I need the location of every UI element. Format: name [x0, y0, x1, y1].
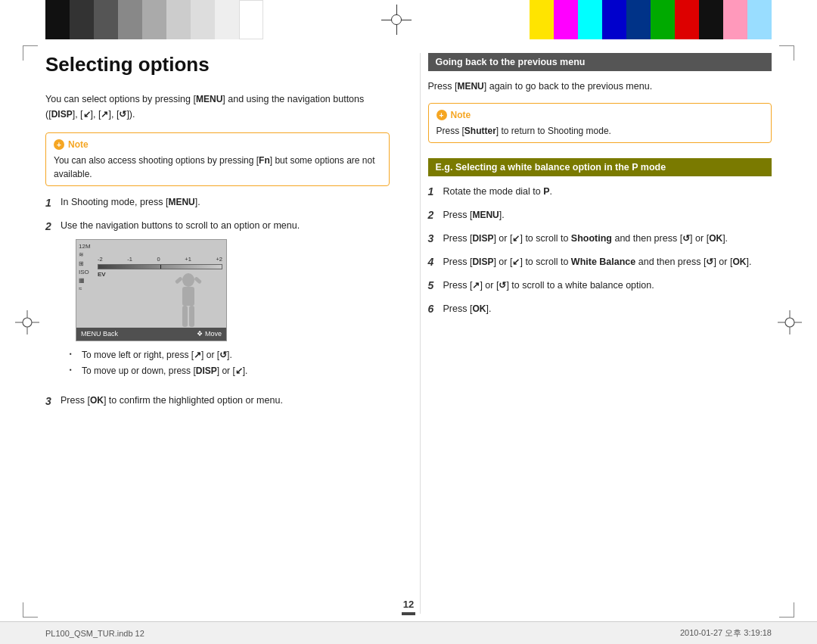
note-label-1: + Note	[54, 138, 381, 151]
step-3: 3 Press [OK] to confirm the highlighted …	[45, 394, 390, 409]
swatch-dark-navy	[626, 0, 651, 39]
bullet-list: To move left or right, press [↗] or [↺].…	[76, 347, 390, 378]
step-content-3: Press [OK] to confirm the highlighted op…	[61, 394, 390, 409]
right-step-number-6: 6	[428, 301, 439, 317]
swatch-dark-gray	[70, 0, 94, 39]
right-step-4: 4 Press [DISP] or [↙] to scroll to White…	[428, 254, 772, 270]
swatch-white	[239, 0, 263, 39]
swatch-gray	[118, 0, 142, 39]
swatch-cyan	[578, 0, 602, 39]
camera-screen: 12M ≋ ⊞ ISO ▦ ≈ -2-10+1+2	[76, 239, 227, 341]
svg-rect-8	[175, 276, 183, 284]
corner-mark-br	[779, 602, 794, 618]
cam-left-icons: 12M ≋ ⊞ ISO ▦ ≈	[79, 242, 91, 293]
right-step-number-3: 3	[428, 231, 439, 247]
note-icon-1: +	[54, 139, 64, 150]
right-step-number-5: 5	[428, 278, 439, 294]
note-box-1: + Note You can also access shooting opti…	[45, 132, 390, 186]
footer-left: PL100_QSM_TUR.indb 12	[45, 629, 144, 638]
swatch-black2	[699, 0, 723, 39]
swatch-magenta	[554, 0, 578, 39]
step-2: 2 Use the navigation buttons to scroll t…	[45, 219, 390, 386]
step-content-1: In Shooting mode, press [MENU].	[61, 195, 390, 211]
color-strip-right	[530, 0, 772, 39]
crosshair-right	[778, 310, 802, 334]
swatch-near-white	[215, 0, 239, 39]
cam-move-label: ❖ Move	[197, 329, 222, 340]
right-step-content-5: Press [↗] or [↺] to scroll to a white ba…	[443, 278, 772, 294]
step-number-1: 1	[45, 195, 56, 211]
step-1: 1 In Shooting mode, press [MENU].	[45, 195, 390, 211]
right-step-content-2: Press [MENU].	[443, 207, 772, 223]
swatch-pale-gray	[191, 0, 215, 39]
main-content: Selecting options You can select options…	[45, 53, 772, 614]
cam-bottom-bar: MENU Back ❖ Move	[76, 328, 226, 341]
section-header-1: Going back to the previous menu	[428, 53, 772, 71]
right-step-content-6: Press [OK].	[443, 301, 772, 317]
right-step-2: 2 Press [MENU].	[428, 207, 772, 223]
crosshair-center-top	[263, 0, 530, 39]
svg-point-2	[23, 318, 32, 327]
right-step-content-4: Press [DISP] or [↙] to scroll to White B…	[443, 254, 772, 270]
right-step-content-1: Rotate the mode dial to P.	[443, 184, 772, 200]
color-strip-left	[45, 0, 263, 39]
bullet-1: To move left or right, press [↗] or [↺].	[76, 347, 390, 362]
swatch-green	[651, 0, 675, 39]
corner-mark-tr	[779, 45, 794, 61]
svg-rect-11	[189, 306, 194, 327]
swatch-mid-gray	[94, 0, 118, 39]
swatch-light-gray	[142, 0, 166, 39]
right-step-5: 5 Press [↗] or [↺] to scroll to a white …	[428, 278, 772, 294]
top-color-bar	[0, 0, 817, 39]
right-step-number-1: 1	[428, 184, 439, 200]
corner-mark-bl	[23, 602, 38, 618]
svg-rect-7	[182, 287, 194, 306]
svg-point-6	[182, 273, 194, 287]
swatch-blue	[602, 0, 626, 39]
note-label-2: + Note	[436, 108, 764, 122]
swatch-yellow	[530, 0, 554, 39]
page-number: 12	[402, 599, 415, 615]
step-content-2: Use the navigation buttons to scroll to …	[61, 219, 390, 386]
right-step-6: 6 Press [OK].	[428, 301, 772, 317]
swatch-black	[45, 0, 70, 39]
right-step-number-2: 2	[428, 207, 439, 223]
crosshair-left	[15, 310, 39, 334]
left-column: Selecting options You can select options…	[45, 53, 397, 614]
footer-bar: PL100_QSM_TUR.indb 12 2010-01-27 오후 3:19…	[0, 621, 817, 644]
note-text-2: Press [Shutter] to return to Shooting mo…	[436, 124, 764, 138]
right-step-1: 1 Rotate the mode dial to P.	[428, 184, 772, 200]
camera-screen-inner: 12M ≋ ⊞ ISO ▦ ≈ -2-10+1+2	[76, 240, 226, 341]
svg-rect-10	[182, 306, 188, 327]
svg-point-5	[785, 318, 794, 327]
swatch-lighter-gray	[166, 0, 191, 39]
crosshair-icon	[381, 5, 412, 35]
cam-back-label: MENU Back	[81, 329, 118, 340]
step-number-3: 3	[45, 394, 56, 409]
bullet-2: To move up or down, press [DISP] or [↙].	[76, 363, 390, 378]
corner-mark-tl	[23, 45, 38, 61]
svg-rect-9	[194, 276, 202, 284]
right-step-3: 3 Press [DISP] or [↙] to scroll to Shoot…	[428, 231, 772, 247]
back-menu-text: Press [MENU] again to go back to the pre…	[428, 79, 772, 94]
swatch-light-blue	[747, 0, 772, 39]
step-number-2: 2	[45, 219, 56, 386]
page-bar	[402, 612, 415, 615]
intro-text: You can select options by pressing [MENU…	[45, 92, 390, 122]
swatch-red	[675, 0, 699, 39]
right-column: Going back to the previous menu Press [M…	[420, 53, 772, 614]
note-text-1: You can also access shooting options by …	[54, 154, 381, 181]
note-icon-2: +	[436, 110, 447, 120]
right-step-content-3: Press [DISP] or [↙] to scroll to Shootin…	[443, 231, 772, 247]
swatch-pink	[723, 0, 747, 39]
right-step-number-4: 4	[428, 254, 439, 270]
section-header-2: E.g. Selecting a white balance option in…	[428, 158, 772, 176]
page-title: Selecting options	[45, 53, 390, 76]
note-box-2: + Note Press [Shutter] to return to Shoo…	[428, 103, 772, 143]
footer-right: 2010-01-27 오후 3:19:18	[680, 627, 772, 639]
